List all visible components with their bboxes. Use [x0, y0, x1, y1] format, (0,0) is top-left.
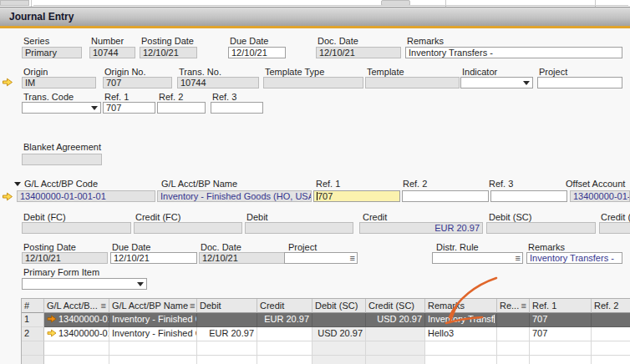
blanket-agreement-label: Blanket Agreement [23, 142, 101, 152]
detail-project-label: Project [288, 242, 317, 252]
trans-code-dropdown[interactable] [22, 102, 101, 114]
col-header-credit[interactable]: Credit [257, 299, 312, 313]
cell-debit[interactable] [197, 341, 257, 356]
cell-credit-sc[interactable]: USD 20.97 [366, 313, 425, 327]
col-header-remarks[interactable]: Remarks [425, 299, 497, 313]
link-arrow-icon[interactable] [2, 192, 13, 201]
detail-ref1-field[interactable]: 707 [313, 190, 400, 202]
cell-re[interactable] [497, 341, 530, 356]
detail-remarks-field[interactable]: Inventory Transfers - [526, 252, 622, 264]
cell-ref2[interactable] [592, 341, 630, 356]
link-arrow-icon[interactable] [2, 78, 13, 87]
chevron-down-icon[interactable] [91, 106, 98, 110]
cell-name[interactable]: Inventory - Finished G [109, 313, 197, 327]
column-menu-icon[interactable]: ≡ [521, 301, 526, 311]
debit-sc-label: Debit (SC) [489, 212, 531, 222]
cell-name[interactable] [109, 356, 197, 364]
cell-debit[interactable]: EUR 20.97 [197, 327, 257, 341]
cell-ref1[interactable]: 707 [530, 313, 592, 327]
col-header-acct[interactable]: G/L Acct/B...≡ [44, 299, 109, 313]
col-header-num[interactable]: # [22, 299, 44, 313]
ref2-field[interactable] [157, 102, 206, 114]
cell-debit[interactable] [197, 356, 257, 364]
row-number[interactable]: 1 [22, 313, 44, 327]
cell-remarks[interactable] [425, 341, 497, 356]
cell-debit-sc[interactable] [312, 313, 366, 327]
row-number[interactable] [22, 356, 44, 364]
cell-acct[interactable]: 13400000-01- [44, 327, 109, 341]
gl-name-label: G/L Acct/BP Name [161, 179, 237, 189]
distr-rule-field[interactable]: ≡ [432, 252, 523, 264]
cell-credit-sc[interactable] [366, 356, 425, 364]
column-menu-icon[interactable]: ≡ [101, 301, 106, 311]
cell-acct[interactable]: 13400000-01- [44, 313, 109, 327]
cell-credit-sc[interactable] [366, 327, 425, 341]
indicator-dropdown[interactable] [460, 77, 533, 88]
col-header-debit[interactable]: Debit [197, 299, 257, 313]
col-header-credit-sc[interactable]: Credit (SC) [366, 299, 425, 313]
cell-credit[interactable]: EUR 20.97 [257, 313, 312, 327]
cell-ref1[interactable] [530, 341, 592, 356]
detail-ref3-label: Ref. 3 [489, 179, 513, 189]
cell-name[interactable] [109, 341, 197, 356]
cell-acct[interactable] [44, 356, 109, 364]
selection-list-icon[interactable]: ≡ [516, 253, 521, 263]
cell-remarks[interactable]: Inventory Transf [425, 313, 497, 327]
debit-sc-field [486, 222, 596, 234]
debit-fc-label: Debit (FC) [23, 212, 66, 222]
detail-project-field[interactable]: ≡ [284, 252, 358, 264]
template-type-field [263, 77, 363, 88]
link-arrow-icon[interactable] [47, 315, 57, 323]
cell-re[interactable] [497, 327, 530, 341]
cell-ref1[interactable]: 707 [530, 327, 592, 341]
col-header-re[interactable]: Re...≡ [497, 299, 530, 313]
cell-debit-sc[interactable] [312, 356, 366, 364]
collapse-icon[interactable] [14, 182, 21, 186]
column-menu-icon[interactable]: ≡ [190, 301, 195, 311]
project-label: Project [539, 67, 567, 77]
posting-date-label: Posting Date [141, 36, 194, 46]
cell-name[interactable]: Inventory - Finished G [109, 327, 197, 341]
gl-code-field: 13400000-01-001-01 [17, 190, 155, 202]
cell-remarks[interactable]: Hello3 [425, 327, 497, 341]
col-header-ref2[interactable]: Ref. 2 [592, 299, 630, 313]
cell-debit[interactable] [197, 313, 257, 327]
chevron-down-icon[interactable] [137, 282, 144, 286]
credit-label: Credit [363, 212, 387, 222]
distr-rule-label: Distr. Rule [436, 242, 479, 252]
detail-ref2-field[interactable] [402, 190, 489, 202]
credit-fc-field [134, 222, 242, 234]
remarks-field[interactable]: Inventory Transfers - [405, 47, 622, 58]
cell-credit[interactable] [257, 341, 312, 356]
primary-form-item-dropdown[interactable] [22, 278, 147, 290]
row-number[interactable]: 2 [22, 327, 44, 341]
cell-ref1[interactable] [530, 356, 592, 364]
ref1-field[interactable]: 707 [103, 102, 155, 114]
cell-re[interactable] [497, 313, 530, 327]
cell-credit[interactable] [257, 356, 312, 364]
cell-ref2[interactable] [592, 356, 630, 364]
offset-account-label: Offset Account [566, 179, 625, 189]
chevron-down-icon[interactable] [523, 81, 530, 85]
col-header-name[interactable]: G/L Acct/BP Name≡ [109, 299, 197, 313]
cell-remarks[interactable] [425, 356, 497, 364]
ref3-field[interactable] [211, 102, 263, 114]
detail-posting-date-label: Posting Date [23, 242, 76, 252]
selection-list-icon[interactable]: ≡ [350, 253, 355, 263]
row-number[interactable] [22, 341, 44, 356]
link-arrow-icon[interactable] [47, 329, 57, 337]
cell-credit[interactable] [257, 327, 312, 341]
project-field[interactable] [537, 77, 622, 88]
cell-ref2[interactable] [592, 327, 630, 341]
cell-acct[interactable] [44, 341, 109, 356]
cell-credit-sc[interactable] [366, 341, 425, 356]
cell-debit-sc[interactable] [312, 341, 366, 356]
due-date-field[interactable]: 12/10/21 [228, 47, 286, 58]
cell-debit-sc[interactable]: USD 20.97 [312, 327, 366, 341]
col-header-ref1[interactable]: Ref. 1 [530, 299, 592, 313]
cell-re[interactable] [497, 356, 530, 364]
cell-ref2[interactable] [592, 313, 630, 327]
detail-due-date-field[interactable]: 12/10/21 [110, 252, 197, 264]
detail-ref3-field[interactable] [490, 190, 567, 202]
col-header-debit-sc[interactable]: Debit (SC) [312, 299, 366, 313]
